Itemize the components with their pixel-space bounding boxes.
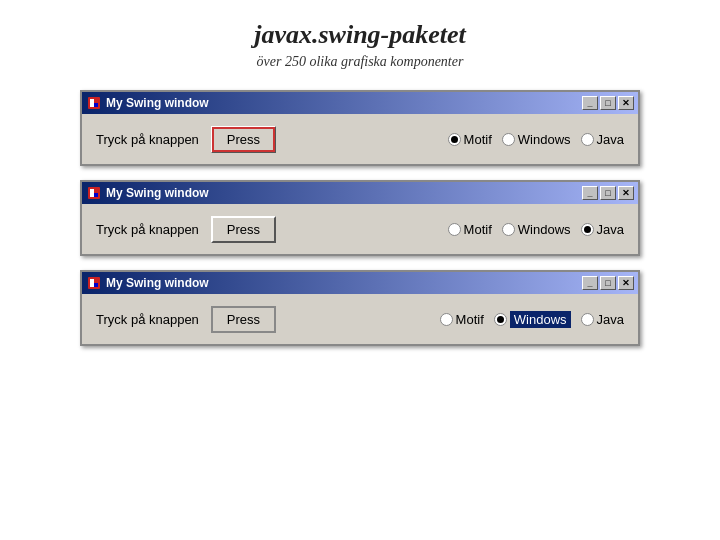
- radio-circle-windows: [502, 223, 515, 236]
- maximize-button[interactable]: □: [600, 96, 616, 110]
- maximize-button[interactable]: □: [600, 276, 616, 290]
- windows-radio-motif[interactable]: Motif: [440, 312, 484, 327]
- svg-rect-2: [94, 103, 98, 107]
- windows-titlebar: My Swing window _ □ ✕: [82, 272, 638, 294]
- motif-radio-java[interactable]: Java: [581, 132, 624, 147]
- windows-content: Tryck på knappen Press Motif Windows Jav…: [82, 294, 638, 344]
- page-subtitle: över 250 olika grafiska komponenter: [257, 54, 464, 70]
- window-icon: [86, 275, 102, 291]
- motif-label: Tryck på knappen: [96, 132, 199, 147]
- java-title-text: My Swing window: [106, 186, 582, 200]
- windows-press-button[interactable]: Press: [211, 306, 276, 333]
- close-button[interactable]: ✕: [618, 276, 634, 290]
- window-icon: [86, 185, 102, 201]
- radio-circle-motif: [448, 133, 461, 146]
- svg-rect-3: [90, 103, 94, 107]
- motif-radio-windows[interactable]: Windows: [502, 132, 571, 147]
- java-radio-java[interactable]: Java: [581, 222, 624, 237]
- radio-circle-windows: [502, 133, 515, 146]
- windows-label: Tryck på knappen: [96, 312, 199, 327]
- svg-rect-4: [94, 99, 98, 103]
- radio-circle-windows: [494, 313, 507, 326]
- java-press-button[interactable]: Press: [211, 216, 276, 243]
- radio-circle-java: [581, 133, 594, 146]
- radio-circle-java: [581, 313, 594, 326]
- windows-radio-windows[interactable]: Windows: [494, 311, 571, 328]
- window-icon: [86, 95, 102, 111]
- java-controls: _ □ ✕: [582, 186, 634, 200]
- java-radio-windows[interactable]: Windows: [502, 222, 571, 237]
- svg-rect-13: [90, 283, 94, 287]
- svg-rect-12: [94, 283, 98, 287]
- windows-controls: _ □ ✕: [582, 276, 634, 290]
- motif-radio-motif[interactable]: Motif: [448, 132, 492, 147]
- java-radio-motif[interactable]: Motif: [448, 222, 492, 237]
- motif-window: My Swing window _ □ ✕ Tryck på knappen P…: [80, 90, 640, 166]
- windows-title-text: My Swing window: [106, 276, 582, 290]
- page-title: javax.swing-paketet: [254, 20, 466, 50]
- svg-rect-6: [90, 189, 94, 193]
- windows-window: My Swing window _ □ ✕ Tryck på knappen P…: [80, 270, 640, 346]
- java-label: Tryck på knappen: [96, 222, 199, 237]
- svg-rect-11: [90, 279, 94, 283]
- java-titlebar: My Swing window _ □ ✕: [82, 182, 638, 204]
- windows-radio-java[interactable]: Java: [581, 312, 624, 327]
- svg-rect-1: [90, 99, 94, 103]
- minimize-button[interactable]: _: [582, 186, 598, 200]
- radio-circle-java: [581, 223, 594, 236]
- windows-radio-group: Motif Windows Java: [288, 311, 624, 328]
- close-button[interactable]: ✕: [618, 96, 634, 110]
- minimize-button[interactable]: _: [582, 96, 598, 110]
- svg-rect-9: [94, 189, 98, 193]
- java-window: My Swing window _ □ ✕ Tryck på knappen P…: [80, 180, 640, 256]
- svg-rect-8: [90, 193, 94, 197]
- close-button[interactable]: ✕: [618, 186, 634, 200]
- maximize-button[interactable]: □: [600, 186, 616, 200]
- motif-radio-group: Motif Windows Java: [288, 132, 624, 147]
- java-content: Tryck på knappen Press Motif Windows Jav…: [82, 204, 638, 254]
- radio-circle-motif: [440, 313, 453, 326]
- svg-rect-7: [94, 193, 98, 197]
- java-radio-group: Motif Windows Java: [288, 222, 624, 237]
- motif-press-button[interactable]: Press: [211, 126, 276, 153]
- radio-circle-motif: [448, 223, 461, 236]
- motif-titlebar: My Swing window _ □ ✕: [82, 92, 638, 114]
- windows-container: My Swing window _ □ ✕ Tryck på knappen P…: [80, 90, 640, 346]
- minimize-button[interactable]: _: [582, 276, 598, 290]
- motif-title-text: My Swing window: [106, 96, 582, 110]
- motif-content: Tryck på knappen Press Motif Windows Jav…: [82, 114, 638, 164]
- motif-controls: _ □ ✕: [582, 96, 634, 110]
- svg-rect-14: [94, 279, 98, 283]
